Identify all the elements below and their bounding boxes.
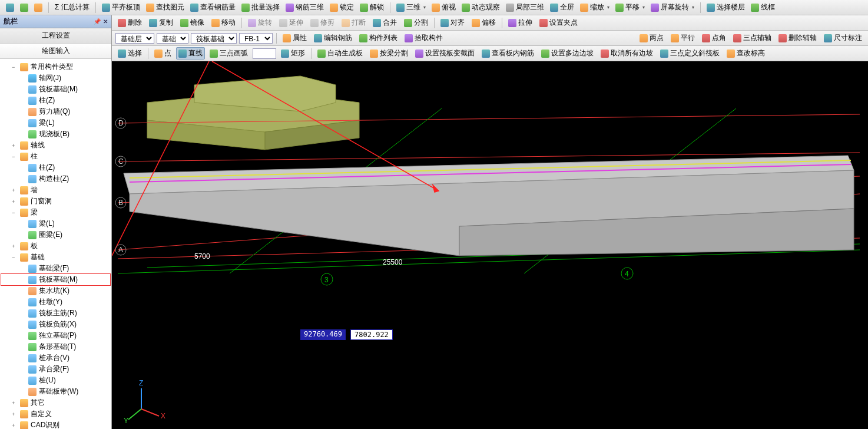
category-select[interactable]: 基础: [157, 33, 188, 44]
screen-rotate-button[interactable]: 屏幕旋转: [648, 1, 697, 14]
unlock-button[interactable]: 解锁: [357, 1, 386, 14]
floor-select[interactable]: 基础层: [115, 33, 154, 44]
edit-button[interactable]: 打断: [339, 16, 368, 29]
tree-item[interactable]: 筏板负筋(X): [1, 319, 110, 330]
edit-rebar-button[interactable]: 编辑钢筋: [312, 32, 355, 44]
tree-item[interactable]: +CAD识别: [1, 420, 110, 429]
tree-item[interactable]: 柱墩(Y): [1, 296, 110, 308]
toolbar-button[interactable]: [32, 2, 45, 13]
raft-section-button[interactable]: 设置筏板变截面: [413, 47, 477, 60]
tree-item[interactable]: 条形基础(T): [1, 341, 110, 352]
tree-item[interactable]: 梁(L): [1, 117, 110, 128]
two-point-button[interactable]: 两点: [637, 32, 666, 44]
find-element-button[interactable]: 查找图元: [144, 1, 187, 14]
draw-input[interactable]: [253, 48, 276, 59]
select-floor-button[interactable]: 选择楼层: [704, 1, 747, 14]
tree-item[interactable]: +门窗洞: [1, 196, 110, 207]
tree-item[interactable]: +墙: [1, 184, 110, 196]
align-top-button[interactable]: 平齐板顶: [100, 1, 143, 14]
tree-item[interactable]: 独立基础(P): [1, 330, 110, 341]
edit-button[interactable]: 设置夹点: [537, 16, 580, 29]
arc-tool-button[interactable]: 三点画弧: [207, 47, 250, 60]
point-tool-button[interactable]: 点: [152, 47, 174, 60]
pick-component-button[interactable]: 拾取构件: [402, 32, 445, 44]
edit-button[interactable]: 镜像: [178, 16, 207, 29]
tree-item[interactable]: 基础板带(W): [1, 386, 110, 397]
tree-item[interactable]: −基础: [1, 252, 110, 263]
top-view-button[interactable]: 俯视: [429, 1, 458, 14]
edit-button[interactable]: 移动: [209, 16, 238, 29]
tree-item[interactable]: 剪力墙(Q): [1, 106, 110, 117]
view-3d-button[interactable]: 三维: [394, 1, 428, 14]
tree-item[interactable]: +板: [1, 240, 110, 252]
tree-item[interactable]: −常用构件类型: [1, 61, 110, 72]
subtype-select[interactable]: 筏板基础: [191, 33, 237, 44]
instance-select[interactable]: FB-1: [239, 33, 273, 44]
cancel-slope-button[interactable]: 取消所有边坡: [598, 47, 655, 60]
tree-item[interactable]: −柱: [1, 151, 110, 162]
tree-item[interactable]: 梁(L): [1, 218, 110, 229]
rebar-3d-button[interactable]: 钢筋三维: [283, 1, 326, 14]
tree-item[interactable]: 筏板基础(M): [1, 84, 110, 95]
properties-button[interactable]: 属性: [280, 32, 309, 44]
edit-button[interactable]: 延伸: [277, 16, 306, 29]
tree-item[interactable]: 承台梁(F): [1, 364, 110, 375]
tree-item[interactable]: 集水坑(K): [1, 285, 110, 296]
tree-item[interactable]: 桩(U): [1, 375, 110, 386]
lock-button[interactable]: 锁定: [327, 1, 356, 14]
viewport-3d[interactable]: A B C D 3 4 5700 25500 Z X Y: [112, 61, 868, 429]
pan-button[interactable]: 平移: [613, 1, 647, 14]
delete-axis-button[interactable]: 删除辅轴: [776, 32, 819, 44]
edit-button[interactable]: 偏移: [469, 16, 498, 29]
tree-item[interactable]: 现浇板(B): [1, 128, 110, 140]
tree-item[interactable]: 筏板基础(M): [1, 274, 110, 285]
local-3d-button[interactable]: 局部三维: [503, 1, 546, 14]
toolbar-button[interactable]: [18, 2, 31, 13]
zoom-button[interactable]: 缩放: [578, 1, 612, 14]
edit-button[interactable]: 修剪: [308, 16, 337, 29]
edit-button[interactable]: 复制: [147, 16, 175, 29]
sum-calc-button[interactable]: Σ 汇总计算: [52, 1, 92, 14]
view-rebar-button[interactable]: 查看钢筋量: [188, 1, 238, 14]
tree-item[interactable]: +轴线: [1, 140, 110, 151]
orbit-button[interactable]: 动态观察: [459, 1, 502, 14]
edit-button[interactable]: 拉伸: [506, 16, 535, 29]
edit-button[interactable]: 删除: [115, 16, 144, 29]
tree-item[interactable]: +自定义: [1, 408, 110, 420]
tab-drawing-input[interactable]: 绘图输入: [0, 44, 111, 59]
component-list-button[interactable]: 构件列表: [357, 32, 400, 44]
close-icon[interactable]: ✕: [103, 18, 108, 25]
toolbar-button[interactable]: [4, 2, 16, 13]
three-point-raft-button[interactable]: 三点定义斜筏板: [658, 47, 722, 60]
multi-slope-button[interactable]: 设置多边边坡: [539, 47, 596, 60]
line-tool-button[interactable]: 直线: [176, 47, 205, 60]
tree-item[interactable]: +其它: [1, 397, 110, 408]
tree-item[interactable]: 桩承台(V): [1, 352, 110, 364]
tree-item[interactable]: 基础梁(F): [1, 263, 110, 274]
edit-elevation-button[interactable]: 查改标高: [724, 47, 767, 60]
fullscreen-button[interactable]: 全屏: [548, 1, 577, 14]
tab-project-settings[interactable]: 工程设置: [0, 28, 111, 44]
tree-item[interactable]: 轴网(J): [1, 72, 110, 84]
wireframe-button[interactable]: 线框: [748, 1, 777, 14]
view-slab-rebar-button[interactable]: 查看板内钢筋: [479, 47, 536, 60]
edit-button[interactable]: 对齐: [438, 16, 467, 29]
edit-button[interactable]: 分割: [402, 16, 430, 29]
tree-item[interactable]: 构造柱(Z): [1, 173, 110, 184]
batch-select-button[interactable]: 批量选择: [239, 1, 282, 14]
edit-button[interactable]: 合并: [370, 16, 399, 29]
auto-slab-button[interactable]: 自动生成板: [315, 47, 365, 60]
point-angle-button[interactable]: 点角: [700, 32, 728, 44]
pin-icon[interactable]: 📌: [94, 18, 101, 25]
three-point-axis-button[interactable]: 三点辅轴: [731, 32, 774, 44]
tree-item[interactable]: 筏板主筋(R): [1, 308, 110, 319]
tree-item[interactable]: 柱(Z): [1, 95, 110, 106]
edit-button[interactable]: 旋转: [246, 16, 274, 29]
tree-item[interactable]: 圈梁(E): [1, 229, 110, 240]
tree-item[interactable]: 柱(Z): [1, 162, 110, 173]
select-tool-button[interactable]: 选择: [115, 47, 144, 60]
split-by-beam-button[interactable]: 按梁分割: [367, 47, 410, 60]
component-tree[interactable]: −常用构件类型轴网(J)筏板基础(M)柱(Z)剪力墙(Q)梁(L)现浇板(B)+…: [0, 59, 111, 429]
rect-tool-button[interactable]: 矩形: [279, 47, 307, 60]
dimension-button[interactable]: 尺寸标注: [821, 32, 864, 44]
